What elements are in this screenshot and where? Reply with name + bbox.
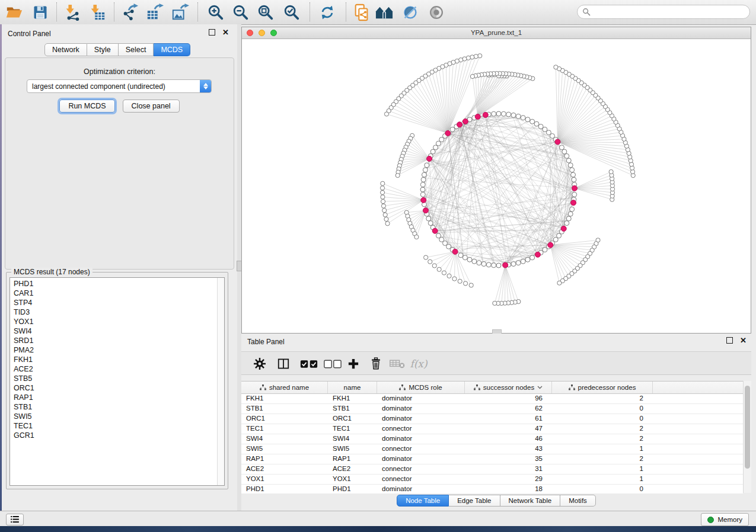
float-panel-icon[interactable] bbox=[209, 29, 215, 36]
create-column-plus-icon[interactable] bbox=[346, 356, 361, 371]
memory-button[interactable]: Memory bbox=[701, 513, 749, 526]
share-network-icon[interactable] bbox=[352, 3, 371, 22]
table-row[interactable]: ORC1ORC1dominator610 bbox=[241, 414, 743, 424]
mcds-hub-node[interactable] bbox=[535, 252, 540, 257]
column-header-MCDS-role[interactable]: MCDS role bbox=[377, 382, 465, 393]
tab-motifs[interactable]: Motifs bbox=[560, 495, 596, 507]
open-session-icon[interactable] bbox=[5, 3, 24, 22]
table-cell: 0 bbox=[552, 404, 653, 414]
table-scrollbar[interactable] bbox=[743, 381, 751, 493]
export-network-icon[interactable] bbox=[120, 3, 139, 22]
task-history-button[interactable] bbox=[6, 514, 24, 525]
close-panel-icon[interactable]: ✕ bbox=[740, 338, 747, 343]
criterion-dropdown[interactable]: largest connected component (undirected) bbox=[27, 79, 212, 93]
mcds-result-item[interactable]: CAR1 bbox=[14, 289, 224, 298]
delete-column-trash-icon[interactable] bbox=[368, 356, 384, 371]
tab-select[interactable]: Select bbox=[119, 43, 154, 56]
table-row[interactable]: YOX1YOX1connector291 bbox=[241, 475, 743, 485]
mcds-result-item[interactable]: SWI5 bbox=[14, 412, 224, 421]
tab-network[interactable]: Network bbox=[44, 43, 87, 56]
table-scrollbar-thumb[interactable] bbox=[745, 386, 750, 469]
mcds-result-item[interactable]: TID3 bbox=[14, 307, 224, 317]
tab-node-table[interactable]: Node Table bbox=[397, 495, 449, 507]
mcds-hub-node[interactable] bbox=[427, 156, 432, 161]
column-header-name[interactable]: name bbox=[328, 382, 377, 393]
unselect-all-columns-icon[interactable] bbox=[323, 356, 342, 371]
close-panel-icon[interactable]: ✕ bbox=[222, 30, 229, 35]
close-panel-button[interactable]: Close panel bbox=[123, 100, 180, 113]
network-graph-canvas[interactable] bbox=[242, 39, 751, 333]
tab-mcds[interactable]: MCDS bbox=[154, 43, 190, 56]
table-row[interactable]: SWI5SWI5connector431 bbox=[241, 444, 743, 454]
mcds-hub-node[interactable] bbox=[462, 118, 468, 124]
mcds-result-item[interactable]: STB1 bbox=[14, 402, 224, 412]
table-row[interactable]: STB1STB1dominator620 bbox=[241, 404, 743, 414]
mcds-hub-node[interactable] bbox=[571, 200, 576, 206]
mcds-result-item[interactable]: GCR1 bbox=[14, 431, 224, 440]
show-column-panel-icon[interactable] bbox=[276, 356, 291, 371]
tab-network-table[interactable]: Network Table bbox=[500, 495, 561, 507]
table-row[interactable]: TEC1TEC1connector472 bbox=[241, 424, 743, 434]
table-settings-gear-icon[interactable] bbox=[252, 356, 267, 371]
mcds-hub-node[interactable] bbox=[503, 262, 508, 268]
hide-graphics-icon[interactable] bbox=[401, 3, 420, 22]
mcds-result-item[interactable]: YOX1 bbox=[14, 317, 224, 326]
refresh-icon[interactable] bbox=[318, 3, 337, 22]
tab-style[interactable]: Style bbox=[87, 43, 119, 56]
mcds-hub-node[interactable] bbox=[457, 122, 462, 127]
mcds-result-item[interactable]: RAP1 bbox=[14, 393, 224, 402]
column-header-predecessor-nodes[interactable]: predecessor nodes bbox=[552, 382, 653, 393]
mcds-hub-node[interactable] bbox=[445, 130, 451, 136]
mcds-result-item[interactable]: TEC1 bbox=[14, 421, 224, 431]
import-network-icon[interactable] bbox=[63, 3, 82, 22]
column-header-successor-nodes[interactable]: successor nodes bbox=[465, 382, 552, 393]
tab-edge-table[interactable]: Edge Table bbox=[449, 495, 500, 507]
search-input[interactable] bbox=[591, 7, 749, 17]
save-session-icon[interactable] bbox=[31, 3, 50, 22]
column-header-shared-name[interactable]: shared name bbox=[241, 382, 328, 393]
node-table-header[interactable]: shared namenameMCDS rolesuccessor nodesp… bbox=[241, 382, 743, 394]
overview-icon[interactable] bbox=[375, 3, 394, 22]
show-graphics-icon[interactable] bbox=[427, 3, 446, 22]
mcds-hub-node[interactable] bbox=[452, 249, 458, 254]
result-list-scrollbar[interactable] bbox=[217, 278, 224, 485]
mcds-hub-node[interactable] bbox=[555, 139, 560, 145]
export-image-icon[interactable] bbox=[171, 3, 190, 22]
mcds-result-item[interactable]: SWI4 bbox=[14, 326, 224, 336]
table-row[interactable]: FKH1FKH1dominator962 bbox=[241, 394, 743, 404]
mcds-result-item[interactable]: SRD1 bbox=[14, 336, 224, 345]
mcds-hub-node[interactable] bbox=[561, 226, 566, 231]
zoom-in-icon[interactable] bbox=[206, 3, 225, 22]
mcds-hub-node[interactable] bbox=[483, 112, 488, 117]
mcds-hub-node[interactable] bbox=[548, 242, 553, 248]
search-field[interactable] bbox=[577, 5, 750, 19]
table-row[interactable]: PHD1PHD1dominator180 bbox=[241, 485, 743, 495]
zoom-selected-icon[interactable] bbox=[282, 3, 301, 22]
float-panel-icon[interactable] bbox=[726, 337, 733, 344]
mcds-result-item[interactable]: PHD1 bbox=[14, 279, 224, 289]
run-mcds-button[interactable]: Run MCDS bbox=[59, 100, 114, 113]
mcds-hub-node[interactable] bbox=[423, 208, 428, 213]
mcds-result-item[interactable]: PMA2 bbox=[14, 345, 224, 355]
memory-status-icon bbox=[707, 517, 714, 523]
mcds-result-item[interactable]: STP4 bbox=[14, 298, 224, 307]
select-all-columns-icon[interactable] bbox=[299, 356, 318, 371]
import-table-icon[interactable] bbox=[88, 3, 107, 22]
table-row[interactable]: RAP1RAP1dominator352 bbox=[241, 454, 743, 464]
mcds-result-legend: MCDS result (17 nodes) bbox=[11, 268, 92, 276]
mcds-result-item[interactable]: FKH1 bbox=[14, 355, 224, 364]
table-row[interactable]: SWI4SWI4dominator462 bbox=[241, 434, 743, 444]
mcds-hub-node[interactable] bbox=[421, 197, 426, 203]
mcds-result-item[interactable]: ACE2 bbox=[14, 364, 224, 374]
mcds-hub-node[interactable] bbox=[432, 228, 438, 233]
network-window-titlebar[interactable]: YPA_prune.txt_1 bbox=[242, 27, 751, 39]
zoom-fit-icon[interactable] bbox=[256, 3, 275, 22]
mcds-hub-node[interactable] bbox=[572, 185, 577, 191]
mcds-result-item[interactable]: STB5 bbox=[14, 374, 224, 383]
mcds-hub-node[interactable] bbox=[475, 114, 480, 119]
mcds-result-item[interactable]: ORC1 bbox=[14, 383, 224, 393]
table-row[interactable]: ACE2ACE2connector311 bbox=[241, 464, 743, 475]
export-table-icon[interactable] bbox=[145, 3, 164, 22]
mcds-result-list[interactable]: PHD1CAR1STP4TID3YOX1SWI4SRD1PMA2FKH1ACE2… bbox=[9, 277, 225, 486]
zoom-out-icon[interactable] bbox=[231, 3, 250, 22]
